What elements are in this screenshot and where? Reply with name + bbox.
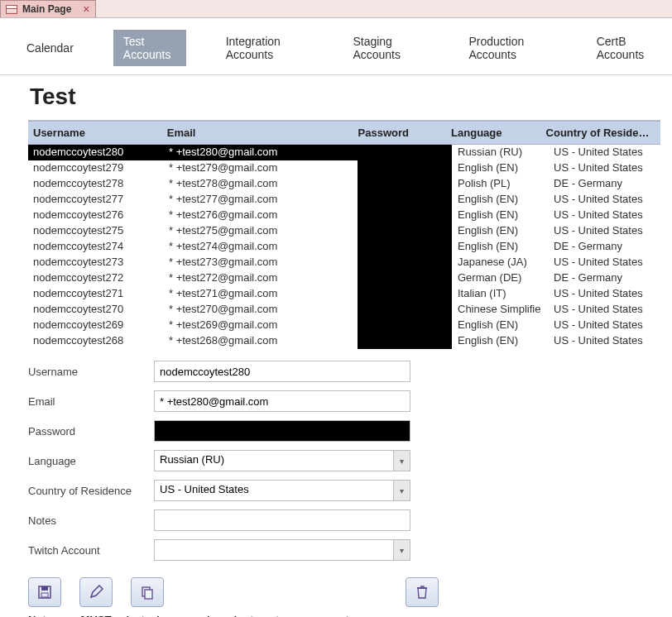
nav-tabs: Calendar Test Accounts Integration Accou…: [0, 18, 672, 75]
col-email[interactable]: Email: [162, 122, 353, 144]
table-row[interactable]: nodemccoytest279* +test279@gmail.comEngl…: [28, 160, 660, 176]
tab-certb-accounts[interactable]: CertB Accounts: [587, 30, 665, 66]
cell-email: * +test274@gmail.com: [164, 239, 358, 255]
cell-username: nodemccoytest275: [28, 223, 164, 239]
cell-email: * +test277@gmail.com: [164, 192, 358, 208]
chevron-down-icon[interactable]: ▾: [393, 451, 410, 471]
table-row[interactable]: nodemccoytest277* +test277@gmail.comEngl…: [28, 192, 660, 208]
table-row[interactable]: nodemccoytest275* +test275@gmail.comEngl…: [28, 223, 660, 239]
detail-form: Username Email Password Language Russian…: [28, 361, 672, 561]
table-row[interactable]: nodemccoytest269* +test269@gmail.comEngl…: [28, 318, 660, 333]
copy-button[interactable]: [131, 577, 164, 607]
cell-password: [358, 286, 452, 302]
cell-password: [358, 223, 452, 239]
cell-language: Japanese (JA): [452, 255, 548, 270]
table-row[interactable]: nodemccoytest273* +test273@gmail.comJapa…: [28, 255, 660, 270]
label-country: Country of Residence: [28, 485, 154, 497]
tab-staging-accounts[interactable]: Staging Accounts: [343, 30, 429, 66]
label-language: Language: [28, 455, 154, 467]
col-password[interactable]: Password: [353, 122, 447, 144]
cell-password: [358, 333, 452, 349]
cell-username: nodemccoytest278: [28, 176, 164, 192]
col-language[interactable]: Language: [446, 122, 540, 144]
twitch-select[interactable]: ▾: [154, 539, 410, 561]
cell-username: nodemccoytest277: [28, 192, 164, 208]
table-row[interactable]: nodemccoytest272* +test272@gmail.comGerm…: [28, 270, 660, 286]
cell-username: nodemccoytest279: [28, 160, 164, 176]
username-field[interactable]: [154, 361, 410, 382]
table-row[interactable]: nodemccoytest276* +test276@gmail.comEngl…: [28, 208, 660, 223]
cell-password: [358, 208, 452, 223]
chevron-down-icon[interactable]: ▾: [393, 481, 410, 500]
tab-calendar[interactable]: Calendar: [17, 36, 84, 60]
cell-country: US - United States: [548, 160, 660, 176]
cell-country: US - United States: [548, 333, 660, 349]
cell-country: US - United States: [548, 192, 660, 208]
table-row[interactable]: nodemccoytest278* +test278@gmail.comPoli…: [28, 176, 660, 192]
action-bar: [28, 577, 672, 607]
svg-rect-2: [41, 593, 48, 597]
window-tab-bar: Main Page ×: [0, 0, 672, 18]
label-password: Password: [28, 425, 154, 438]
cell-language: English (EN): [452, 318, 548, 333]
table-row[interactable]: nodemccoytest271* +test271@gmail.comItal…: [28, 286, 660, 302]
cell-password: [358, 318, 452, 333]
country-select[interactable]: US - United States ▾: [154, 480, 410, 501]
table-row[interactable]: nodemccoytest280* +test280@gmail.comRuss…: [28, 145, 660, 160]
cell-language: English (EN): [452, 333, 548, 349]
cell-language: English (EN): [452, 223, 548, 239]
tab-test-accounts[interactable]: Test Accounts: [113, 30, 186, 66]
password-field[interactable]: [154, 420, 410, 442]
label-email: Email: [28, 395, 154, 408]
grid-body: nodemccoytest280* +test280@gmail.comRuss…: [28, 145, 660, 349]
email-field[interactable]: [154, 390, 410, 412]
language-select[interactable]: Russian (RU) ▾: [154, 450, 410, 471]
table-row[interactable]: nodemccoytest270* +test270@gmail.comChin…: [28, 302, 660, 318]
label-notes: Notes: [28, 514, 154, 527]
cell-country: US - United States: [548, 208, 660, 223]
chevron-down-icon[interactable]: ▾: [393, 540, 410, 560]
page-body: Test Username Email Password Language Co…: [0, 75, 672, 617]
cell-language: English (EN): [452, 239, 548, 255]
label-twitch: Twitch Account: [28, 544, 154, 557]
cell-username: nodemccoytest268: [28, 333, 164, 349]
cell-username: nodemccoytest273: [28, 255, 164, 270]
tab-production-accounts[interactable]: Production Accounts: [458, 30, 556, 66]
cell-email: * +test269@gmail.com: [164, 318, 358, 333]
cell-country: US - United States: [548, 318, 660, 333]
cell-country: DE - Germany: [548, 239, 660, 255]
svg-rect-4: [145, 590, 152, 599]
edit-button[interactable]: [79, 577, 113, 607]
close-icon[interactable]: ×: [83, 3, 89, 15]
cell-username: nodemccoytest272: [28, 270, 164, 286]
cell-password: [358, 239, 452, 255]
col-country[interactable]: Country of Residence: [541, 122, 660, 144]
label-username: Username: [28, 366, 154, 378]
table-row[interactable]: nodemccoytest268* +test268@gmail.comEngl…: [28, 333, 660, 349]
form-icon: [6, 5, 17, 14]
save-button[interactable]: [28, 577, 61, 607]
save-icon: [37, 585, 52, 600]
cell-username: nodemccoytest274: [28, 239, 164, 255]
cell-email: * +test271@gmail.com: [164, 286, 358, 302]
tab-integration-accounts[interactable]: Integration Accounts: [216, 30, 314, 66]
cell-email: * +test280@gmail.com: [164, 145, 358, 160]
col-username[interactable]: Username: [28, 122, 162, 144]
table-row[interactable]: nodemccoytest274* +test274@gmail.comEngl…: [28, 239, 660, 255]
notes-field[interactable]: [154, 509, 410, 531]
cell-country: US - United States: [548, 145, 660, 160]
cell-language: Italian (IT): [452, 286, 548, 302]
cell-username: nodemccoytest271: [28, 286, 164, 302]
window-tab-main-page[interactable]: Main Page ×: [0, 0, 96, 17]
cell-country: DE - Germany: [548, 270, 660, 286]
cell-country: US - United States: [548, 255, 660, 270]
country-select-value: US - United States: [155, 481, 393, 500]
page-title: Test: [0, 80, 672, 115]
delete-button[interactable]: [406, 577, 439, 607]
cell-email: * +test268@gmail.com: [164, 333, 358, 349]
cell-language: English (EN): [452, 160, 548, 176]
window-tab-title: Main Page: [22, 3, 71, 15]
cell-language: Russian (RU): [452, 145, 548, 160]
cell-password: [358, 192, 452, 208]
cell-language: German (DE): [452, 270, 548, 286]
